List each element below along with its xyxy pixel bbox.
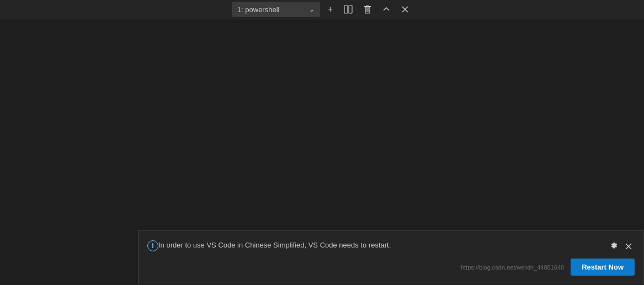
restart-now-button[interactable]: Restart Now (571, 259, 635, 276)
notification-settings-button[interactable] (607, 240, 620, 253)
terminal-dropdown[interactable]: 1: powershell ⌄ (232, 2, 320, 17)
notification-footer: https://blog.csdn.net/weixin_44881648 Re… (147, 259, 635, 276)
notification-message: In order to use VS Code in Chinese Simpl… (158, 240, 607, 251)
terminal-tab-area: 1: powershell ⌄ + (232, 2, 412, 17)
notification-actions (607, 240, 635, 253)
terminal-label: 1: powershell (237, 6, 280, 14)
info-icon: i (147, 240, 158, 251)
notification-top-row: i In order to use VS Code in Chinese Sim… (147, 240, 635, 253)
notification-panel: i In order to use VS Code in Chinese Sim… (138, 230, 644, 284)
main-terminal-area: i In order to use VS Code in Chinese Sim… (0, 19, 644, 284)
split-terminal-button[interactable] (340, 2, 356, 17)
kill-terminal-button[interactable] (360, 2, 375, 17)
url-hint: https://blog.csdn.net/weixin_44881648 (147, 264, 566, 271)
svg-rect-0 (344, 6, 348, 13)
notification-close-button[interactable] (622, 240, 635, 252)
svg-rect-1 (349, 6, 352, 13)
close-terminal-button[interactable] (398, 2, 412, 17)
terminal-top-bar: 1: powershell ⌄ + (0, 0, 644, 19)
collapse-terminal-button[interactable] (379, 2, 393, 17)
chevron-down-icon: ⌄ (309, 6, 315, 13)
add-terminal-button[interactable]: + (324, 2, 336, 17)
svg-rect-6 (366, 6, 369, 7)
